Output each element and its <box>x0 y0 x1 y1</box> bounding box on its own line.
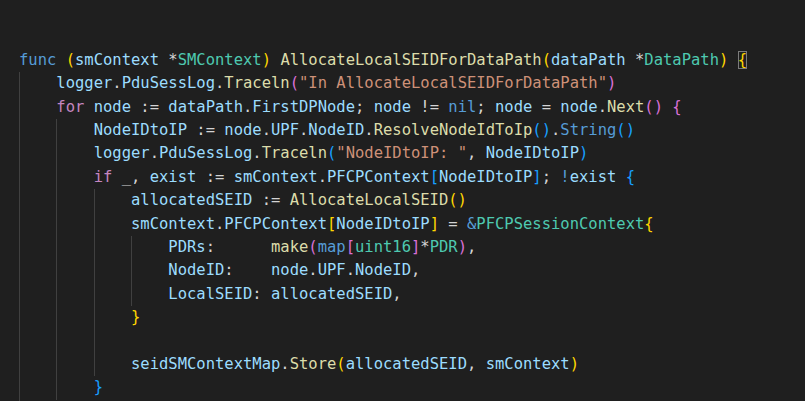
code-token: * <box>420 238 429 256</box>
code-line[interactable]: LocalSEID: allocatedSEID, <box>0 283 805 306</box>
indent-guide <box>19 330 20 353</box>
code-token: allocatedSEID <box>346 355 467 373</box>
code-token <box>663 98 672 116</box>
code-token: dataPath <box>551 51 635 69</box>
code-token: uint16 <box>355 238 411 256</box>
code-token: : <box>206 238 271 256</box>
code-token: ! <box>560 168 569 186</box>
code-line[interactable]: } <box>0 376 805 399</box>
code-token: . <box>280 355 289 373</box>
code-token: . <box>215 74 224 92</box>
code-token: ; <box>542 168 561 186</box>
code-token: String <box>560 121 616 139</box>
code-token: smContext <box>486 355 570 373</box>
code-token: ResolveNodeIdToIp <box>374 121 533 139</box>
code-token <box>19 121 94 139</box>
code-token: logger <box>56 74 112 92</box>
code-token: allocatedSEID <box>271 285 392 303</box>
code-token: := <box>187 121 224 139</box>
code-token: , <box>467 238 476 256</box>
code-token: NodeIDtoIP <box>94 121 187 139</box>
code-token: ) <box>458 238 467 256</box>
code-token: node <box>94 98 131 116</box>
code-token: . <box>252 144 261 162</box>
code-token: , <box>467 144 486 162</box>
code-token: ( <box>336 355 345 373</box>
code-token: smContext <box>131 215 215 233</box>
code-token: , <box>411 261 420 279</box>
code-token <box>19 215 131 233</box>
code-line[interactable]: NodeID: node.UPF.NodeID, <box>0 259 805 282</box>
code-token: ( <box>327 144 336 162</box>
code-token: map <box>318 238 346 256</box>
code-token: ; <box>476 98 495 116</box>
code-line[interactable] <box>0 330 805 353</box>
code-token: ) <box>719 51 728 69</box>
code-token: logger <box>94 144 150 162</box>
code-line[interactable]: PDRs: make(map[uint16]*PDR), <box>0 236 805 259</box>
code-line[interactable]: allocatedSEID := AllocateLocalSEID() <box>0 189 805 212</box>
code-token: := <box>252 191 289 209</box>
code-token <box>19 261 168 279</box>
code-token <box>19 378 94 396</box>
code-token: smContext <box>75 51 168 69</box>
code-token: NodeIDtoIP <box>439 168 532 186</box>
code-token: () <box>448 191 467 209</box>
code-token: exist <box>150 168 197 186</box>
code-token: Store <box>290 355 337 373</box>
code-token: if <box>94 168 122 186</box>
code-token <box>19 168 94 186</box>
code-token: func <box>19 51 66 69</box>
code-token: { <box>672 98 681 116</box>
code-token: Traceln <box>224 74 289 92</box>
code-token: node <box>560 98 597 116</box>
code-token: : <box>224 261 271 279</box>
code-token: UPF <box>271 121 299 139</box>
code-token: () <box>644 98 663 116</box>
code-token: FirstDPNode <box>252 98 355 116</box>
code-editor[interactable]: func (smContext *SMContext) AllocateLoca… <box>0 0 805 401</box>
code-line[interactable]: for node := dataPath.FirstDPNode; node !… <box>0 96 805 119</box>
code-token <box>19 74 56 92</box>
code-line[interactable]: logger.PduSessLog.Traceln("In AllocateLo… <box>0 72 805 95</box>
code-line[interactable]: NodeIDtoIP := node.UPF.NodeID.ResolveNod… <box>0 119 805 142</box>
code-token: . <box>150 144 159 162</box>
code-line[interactable]: } <box>0 306 805 329</box>
code-line[interactable]: seidSMContextMap.Store(allocatedSEID, sm… <box>0 353 805 376</box>
code-token: allocatedSEID <box>131 191 252 209</box>
code-token: node <box>271 261 308 279</box>
code-token: ; <box>355 98 374 116</box>
code-token: UPF <box>318 261 346 279</box>
code-line[interactable]: func (smContext *SMContext) AllocateLoca… <box>0 49 805 72</box>
code-token: [ <box>327 215 336 233</box>
code-token: ) <box>579 144 588 162</box>
code-token <box>19 285 168 303</box>
code-token: node <box>224 121 261 139</box>
code-line[interactable]: if _, exist := smContext.PFCPContext[Nod… <box>0 166 805 189</box>
code-token: * <box>635 51 644 69</box>
code-token: NodeIDtoIP <box>486 144 579 162</box>
code-token: := <box>196 168 233 186</box>
code-token <box>19 355 131 373</box>
code-token: ) <box>607 74 616 92</box>
code-line[interactable]: logger.PduSessLog.Traceln("NodeIDtoIP: "… <box>0 142 805 165</box>
code-token: ( <box>308 238 317 256</box>
code-token: () <box>532 121 551 139</box>
code-lines: func (smContext *SMContext) AllocateLoca… <box>0 49 805 401</box>
code-token: PFCPContext <box>327 168 430 186</box>
code-token: { <box>644 215 653 233</box>
code-line[interactable]: smContext.PFCPContext[NodeIDtoIP] = &PFC… <box>0 213 805 236</box>
code-token: = <box>532 98 560 116</box>
code-token: () <box>616 121 635 139</box>
code-token: dataPath <box>168 98 243 116</box>
code-token: make <box>271 238 308 256</box>
code-token: DataPath <box>644 51 719 69</box>
code-token: PFCPSessionContext <box>476 215 644 233</box>
code-token: PDR <box>430 238 458 256</box>
code-token: . <box>308 261 317 279</box>
code-token: "NodeIDtoIP: " <box>336 144 467 162</box>
code-token: smContext <box>234 168 318 186</box>
code-token: ) <box>262 51 271 69</box>
code-token: ] <box>430 215 439 233</box>
code-token: _, <box>122 168 150 186</box>
